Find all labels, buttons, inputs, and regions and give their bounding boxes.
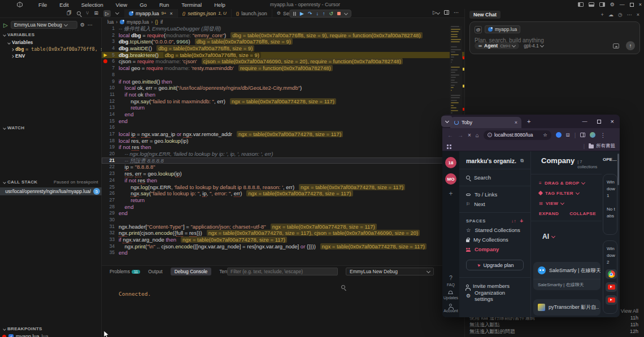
split-editor-icon[interactable] — [444, 10, 449, 15]
close-icon[interactable]: × — [637, 12, 639, 17]
code-line[interactable]: 26 ngx.say("failed to lookup ip: ", ip, … — [102, 190, 464, 197]
code-line[interactable]: 31ngx.header["Content-Type"] = "applicat… — [102, 224, 464, 230]
variable-env[interactable]: ENV — [11, 53, 25, 59]
step-over-icon[interactable]: ↷ — [308, 11, 312, 16]
faq-icon[interactable]: ? — [449, 275, 452, 281]
stop-icon[interactable] — [337, 12, 341, 15]
site-info-icon[interactable]: i — [488, 133, 492, 137]
menu-terminal[interactable]: Terminal — [181, 2, 202, 8]
code-line[interactable]: 33if ngx.var.arg_node thenngx = table(0x… — [102, 237, 464, 243]
pause-icon[interactable] — [293, 12, 296, 16]
code-line[interactable]: 16 — [102, 124, 464, 131]
add-org-icon[interactable]: + — [449, 190, 452, 198]
tab-problems[interactable]: Problems11 — [110, 269, 140, 274]
gear-icon[interactable]: ⚙ — [80, 22, 85, 28]
extension-pin-icon[interactable] — [556, 132, 562, 138]
all-bookmarks-label[interactable]: 所有書籤 — [596, 143, 615, 150]
code-line[interactable]: 7local geo = require modname: 'resty.max… — [102, 65, 464, 72]
sort-icon[interactable]: ↓↑ — [511, 218, 516, 224]
code-line[interactable]: 30 — [102, 217, 464, 224]
tab-myapp-lua[interactable]: myapp.lua 9+ × — [124, 9, 178, 17]
source-control-icon[interactable]: ⑂ — [86, 11, 89, 16]
code-line[interactable]: 21 -- 預設查 8.8.8.8 — [102, 157, 464, 164]
extensions-icon[interactable]: ⊞ — [94, 11, 98, 16]
window-minimize-button[interactable]: — — [582, 119, 588, 124]
restart-icon[interactable]: ↺ — [329, 11, 333, 16]
code-line[interactable]: 8 — [102, 72, 464, 78]
code-line[interactable]: 32ngx.print(cjson.encode({full = res}))n… — [102, 230, 464, 237]
card-pytranscriber[interactable]: pyTranscriber 影片自.. — [533, 299, 601, 316]
code-line[interactable]: 22 ip = "8.8.8.8" — [102, 164, 464, 170]
menu-view[interactable]: View — [116, 2, 127, 8]
customize-layout-icon[interactable]: ⚙ — [610, 2, 615, 7]
menu-selection[interactable]: Selection — [81, 2, 103, 8]
code-line[interactable]: 23 res, err = geo.lookup(ip) — [102, 170, 464, 177]
upgrade-plan-button[interactable]: ▲Upgrade plan — [466, 260, 524, 270]
card-salesmartly[interactable]: SaleSmartly | 在線聊天 SaleSmartly | 在線聊天 — [533, 262, 601, 290]
chevron-down-icon[interactable] — [115, 11, 119, 15]
code-line[interactable]: 12 ngx.say("failed to init maxminddb: ",… — [102, 98, 464, 105]
debug-session-select[interactable]: EmmyLua New Debug — [346, 268, 434, 275]
watch-section-header[interactable]: WATCH — [3, 125, 24, 130]
apps-grid-icon[interactable] — [447, 145, 449, 146]
more-actions-icon[interactable]: ⋯ — [454, 10, 459, 15]
org-settings-item[interactable]: ⚙Organization settings — [459, 291, 530, 300]
chevron-down-icon[interactable] — [344, 11, 348, 15]
faq-label[interactable]: FAQ — [447, 283, 455, 287]
org-name[interactable]: markku's organiz...⧉ — [459, 156, 530, 165]
chat-tab[interactable]: New Chat — [469, 11, 501, 19]
code-line[interactable]: 9if not geo.initted() then — [102, 78, 464, 85]
model-select[interactable]: gpt-4.1 — [524, 43, 543, 49]
code-line[interactable]: 24 if not res then — [102, 177, 464, 184]
window-close-button[interactable]: × — [611, 118, 614, 125]
youtube-tab-tile[interactable] — [606, 282, 617, 292]
history-icon[interactable]: ◷ — [618, 12, 623, 17]
cloud-icon[interactable]: ☁ — [608, 12, 613, 17]
chat-input-card[interactable]: @ myapp.lua Plan, search, build anything… — [469, 21, 640, 54]
window-minimize-button[interactable]: — — [620, 2, 625, 7]
menu-help[interactable]: Help — [214, 2, 225, 8]
code-line[interactable]: 1-- 條件性載入 EmmyLuaDebugger (開發用) — [102, 25, 464, 32]
breakpoint-dot-icon[interactable] — [103, 59, 107, 63]
stop-icon[interactable]: × — [468, 132, 471, 138]
step-into-icon[interactable]: ↓ — [316, 11, 319, 16]
code-line[interactable]: 25 ngx.log(ngx.ERR, 'failed to lookup by… — [102, 184, 464, 191]
window-close-button[interactable]: × — [639, 2, 642, 7]
tab-close-icon[interactable]: × — [515, 120, 517, 125]
code-line[interactable]: 10 local ok, err = geo.init("/usr/local/… — [102, 85, 464, 91]
org-avatar-mo[interactable]: MO — [445, 173, 456, 185]
code-line[interactable]: 17local ip = ngx.var.arg_ip or ngx.var.r… — [102, 131, 464, 138]
sidebar-item-search[interactable]: Search — [459, 173, 530, 182]
youtube-tab-tile[interactable] — [606, 295, 617, 305]
code-line[interactable]: ▶5dbg.breakHere()dbg = table(0x0x7af00a7… — [102, 52, 464, 59]
context-chip[interactable]: myapp.lua — [485, 25, 520, 33]
browser-menu-icon[interactable]: ⋮ — [600, 132, 606, 138]
add-context-icon[interactable]: @ — [475, 26, 482, 33]
run-file-icon[interactable]: ▷ — [433, 10, 440, 15]
code-line[interactable]: 14 end — [102, 111, 464, 118]
minimap[interactable] — [450, 26, 462, 122]
sidebar-item-next[interactable]: ⚐Next — [459, 199, 530, 209]
callstack-frame[interactable]: /usr/local/openresty/nginx/lua/myapp.lua… — [0, 187, 102, 195]
menu-go[interactable]: Go — [140, 2, 147, 8]
attach-image-icon[interactable] — [613, 43, 619, 49]
code-line[interactable]: 4dbg.waitIDE()dbg = table(0x0x7af00a776f… — [102, 45, 464, 52]
sidebar-item-company[interactable]: Company — [459, 244, 530, 254]
home-icon[interactable]: ⌂ — [476, 132, 479, 138]
history-item[interactable]: 無法進入斷點11h — [469, 321, 638, 328]
new-tab-icon[interactable]: + — [527, 118, 530, 125]
menu-edit[interactable]: Edit — [59, 2, 68, 8]
window2-card[interactable]: Window 2 — [603, 240, 617, 314]
back-icon[interactable]: ← — [447, 132, 453, 138]
code-line[interactable]: 27 return — [102, 197, 464, 204]
code-line[interactable]: 34 ngx.print("\n" .. cjson.encode({[ngx.… — [102, 243, 464, 250]
code-line[interactable]: 20 -- ngx.log(ngx.ERR, 'failed to lookup… — [102, 151, 464, 157]
more-icon[interactable]: ⋯ — [627, 12, 632, 17]
code-line[interactable]: 29end — [102, 210, 464, 217]
start-debug-icon[interactable]: ▷ — [3, 22, 8, 28]
breadcrumb[interactable]: lua› myapp.lua› {} if — [102, 18, 464, 25]
code-line[interactable]: 6cjson = require modname: 'cjson'cjson =… — [102, 58, 464, 65]
address-bar[interactable]: i localhost:8080/lua ☆ — [484, 130, 551, 140]
org-avatar-18[interactable]: 18 — [445, 157, 456, 168]
card-caption[interactable]: SaleSmartly | 在線聊天 — [533, 279, 601, 290]
